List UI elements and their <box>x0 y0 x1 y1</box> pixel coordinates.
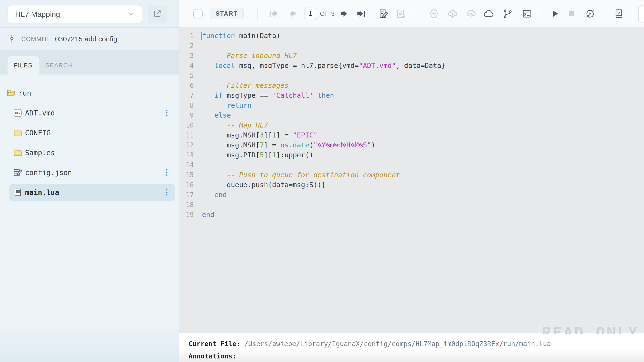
line-number: 17 <box>179 191 194 199</box>
file-tree: runHL7ADT.vmdCONFIGSamplesconfig.jsonmai… <box>0 75 178 362</box>
add-script-icon[interactable] <box>396 8 406 19</box>
code-line-19[interactable]: 19end <box>179 210 644 220</box>
start-button[interactable]: START <box>210 8 244 19</box>
line-number: 8 <box>179 101 194 109</box>
line-number: 9 <box>179 111 194 119</box>
iguana-translator-window: HL7 Mapping COMMIT: 0307215 add config F… <box>0 0 644 362</box>
edit-script-icon[interactable] <box>378 8 389 19</box>
code-line-3[interactable]: 3 -- Parse inbound HL7 <box>179 51 644 61</box>
code-line-2[interactable]: 2 <box>179 41 644 51</box>
code-text: queue.push{data=msg:S()} <box>194 181 326 189</box>
code-line-16[interactable]: 16 queue.push{data=msg:S()} <box>179 180 644 190</box>
commit-label: COMMIT: <box>21 36 49 43</box>
status-bar: Current File: /Users/awiebe/Library/Igua… <box>179 334 644 362</box>
code-text: end <box>194 191 227 199</box>
code-line-14[interactable]: 14 <box>179 160 644 170</box>
code-editor[interactable]: 1function main(Data)23 -- Parse inbound … <box>179 28 644 333</box>
svg-text:?: ? <box>617 11 620 15</box>
cloud-download-icon[interactable] <box>447 8 458 19</box>
commit-message: 0307215 add config <box>55 35 118 43</box>
cloud-upload-icon[interactable] <box>466 8 476 19</box>
project-dropdown[interactable]: HL7 Mapping <box>8 5 142 24</box>
toolbar-separator <box>633 7 633 20</box>
toolbar-separator <box>538 7 538 20</box>
commit-icon <box>7 34 16 44</box>
terminal-icon[interactable] <box>522 8 532 19</box>
line-number: 2 <box>179 42 194 50</box>
line-number: 13 <box>179 151 194 159</box>
tab-search[interactable]: SEARCH <box>44 56 75 75</box>
code-line-13[interactable]: 13 msg.PID[5][1]:upper() <box>179 150 644 160</box>
code-line-8[interactable]: 8 return <box>179 100 644 110</box>
skip-first-icon[interactable] <box>268 8 278 19</box>
kebab-menu-icon[interactable] <box>164 168 169 176</box>
folder-icon <box>13 128 23 138</box>
kebab-menu-icon[interactable] <box>164 109 169 117</box>
cloud-icon[interactable] <box>483 8 494 19</box>
code-line-10[interactable]: 10 -- Map HL7 <box>179 120 644 130</box>
file-tree-item-ADT.vmd[interactable]: HL7ADT.vmd <box>0 103 178 123</box>
code-line-1[interactable]: 1function main(Data) <box>179 31 644 41</box>
code-line-18[interactable]: 18 <box>179 200 644 210</box>
editor-pane: START 1 OF 3 <box>179 0 644 362</box>
code-line-6[interactable]: 6 -- Filter messages <box>179 80 644 90</box>
repeat-run-icon[interactable] <box>585 8 596 19</box>
stop-icon[interactable] <box>566 8 577 19</box>
code-line-4[interactable]: 4 local msg, msgType = hl7.parse{vmd="AD… <box>179 61 644 71</box>
commit-bar[interactable]: COMMIT: 0307215 add config <box>0 28 178 50</box>
code-text: function main(Data) <box>194 32 280 40</box>
sidebar-tabbar: FILES SEARCH <box>0 50 178 75</box>
file-tree-item-main.lua[interactable]: main.lua <box>0 183 178 202</box>
line-number: 11 <box>179 131 194 139</box>
code-text: end <box>194 211 214 219</box>
code-text: -- Map HL7 <box>194 121 268 129</box>
line-number: 16 <box>179 181 194 189</box>
prev-icon[interactable] <box>287 8 298 19</box>
page-number-input[interactable]: 1 <box>304 8 316 19</box>
code-text: -- Push to queue for destination compone… <box>194 171 400 179</box>
line-number: 18 <box>179 201 194 209</box>
last-icon[interactable] <box>356 8 367 19</box>
code-line-5[interactable]: 5 <box>179 71 644 80</box>
annotations-row: Annotations: <box>188 350 644 362</box>
code-line-9[interactable]: 9 else <box>179 110 644 120</box>
help-book-icon[interactable]: ? <box>613 8 624 19</box>
open-external-button[interactable] <box>148 5 167 24</box>
current-file-row: Current File: /Users/awiebe/Library/Igua… <box>188 338 644 350</box>
file-tree-item-Samples[interactable]: Samples <box>0 143 178 162</box>
code-text: -- Parse inbound HL7 <box>194 52 297 60</box>
code-line-7[interactable]: 7 if msgType == 'Catchall' then <box>179 90 644 100</box>
tab-files[interactable]: FILES <box>8 56 39 75</box>
folder-open-icon <box>6 88 16 98</box>
code-line-11[interactable]: 11 msg.MSH[3][1] = "EPIC" <box>179 130 644 140</box>
line-number: 15 <box>179 171 194 179</box>
text-cursor <box>202 32 202 40</box>
next-icon[interactable] <box>338 8 350 19</box>
play-icon[interactable] <box>549 8 560 19</box>
file-name: CONFIG <box>25 129 50 137</box>
edge-button-partial[interactable] <box>638 5 644 23</box>
code-line-12[interactable]: 12 msg.MSH[7] = os.date("%Y%m%d%H%M%S") <box>179 140 644 150</box>
editor-toolbar: START 1 OF 3 <box>179 0 644 28</box>
current-file-path: /Users/awiebe/Library/IguanaX/config/com… <box>244 340 551 348</box>
code-text: local msg, msgType = hl7.parse{vmd="ADT.… <box>194 62 445 70</box>
current-file-label: Current File: <box>188 340 240 348</box>
kebab-menu-icon[interactable] <box>164 188 169 196</box>
code-line-17[interactable]: 17 end <box>179 190 644 200</box>
file-tree-item-run[interactable]: run <box>0 83 178 103</box>
file-tree-item-CONFIG[interactable]: CONFIG <box>0 123 178 143</box>
toolbar-separator <box>257 7 258 20</box>
code-line-15[interactable]: 15 -- Push to queue for destination comp… <box>179 170 644 180</box>
code-text: return <box>194 101 252 109</box>
hl7-file-icon: HL7 <box>13 108 23 118</box>
line-number: 5 <box>179 72 194 80</box>
git-branch-icon[interactable] <box>502 8 513 19</box>
line-number: 4 <box>179 62 194 70</box>
code-text: else <box>194 111 231 119</box>
code-text: msg.MSH[7] = os.date("%Y%m%d%H%M%S") <box>194 141 375 149</box>
file-tree-item-config.json[interactable]: config.json <box>0 162 178 183</box>
config-file-icon <box>13 167 23 177</box>
plus-circle-icon[interactable] <box>428 8 440 19</box>
line-number: 1 <box>179 32 194 40</box>
svg-text:HL7: HL7 <box>15 111 20 115</box>
